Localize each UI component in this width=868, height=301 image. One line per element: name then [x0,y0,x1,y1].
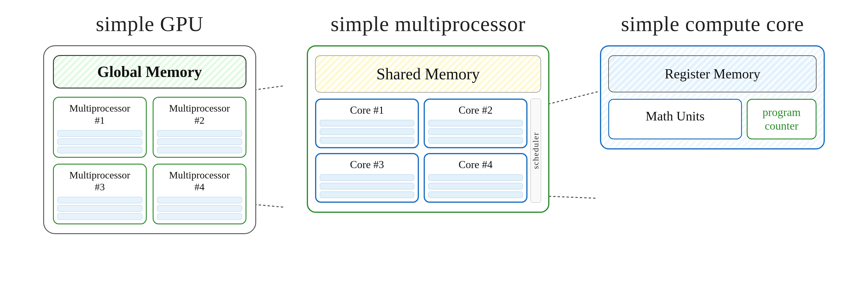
mp-label-1: Multiprocessor#1 [57,102,142,127]
core-label-1: Core #1 [320,104,414,116]
global-memory-label: Global Memory [97,63,202,80]
compute-core-title: simple compute core [621,12,804,36]
mp-sub-bars-2 [157,130,242,153]
mp-sub-bars-1 [57,130,142,153]
gpu-section: simple GPU Global Memory Multiprocessor#… [43,12,256,234]
mp-bar [57,205,142,212]
program-counter-box: programcounter [747,99,817,140]
mp-bar [157,139,242,145]
mp-box-3: Multiprocessor#3 [53,164,147,224]
page-container: simple GPU Global Memory Multiprocessor#… [0,0,868,301]
register-memory-label: Register Memory [665,66,760,81]
core-sub-bars-4 [428,174,523,198]
core-bar [428,191,523,198]
core-bar [428,120,523,126]
mp-label-4: Multiprocessor#4 [157,169,242,193]
core-box-3: Core #3 [315,153,419,203]
multiprocessor-outer-box: Shared Memory Core #1 Core #2 [307,45,549,213]
core-bar [428,137,523,144]
math-units-label: Math Units [646,109,704,123]
mp-label-2: Multiprocessor#2 [157,102,242,127]
core-label-4: Core #4 [428,158,523,171]
mp-bar [157,197,242,203]
scheduler-label: scheduler [531,132,540,169]
core-sub-bars-1 [320,120,414,144]
core-bar [320,183,414,189]
core-bar [320,174,414,181]
multiprocessor-section: simple multiprocessor Shared Memory Core… [307,12,549,213]
core-bar [320,191,414,198]
multiprocessor-title: simple multiprocessor [331,12,526,36]
core-label-2: Core #2 [428,104,523,116]
register-memory-box: Register Memory [608,55,816,92]
core-sub-bars-3 [320,174,414,198]
core-label-3: Core #3 [320,158,414,171]
shared-memory-box: Shared Memory [315,55,541,93]
mp-label-3: Multiprocessor#3 [57,169,142,193]
mp-sub-bars-3 [57,197,142,220]
compute-bottom-row: Math Units programcounter [608,99,816,140]
scheduler-box: scheduler [530,98,541,203]
mp-sub-bars-4 [157,197,242,220]
gpu-title: simple GPU [96,12,204,36]
compute-outer-box: Register Memory Math Units programcounte… [600,45,825,149]
core-grid-and-scheduler: Core #1 Core #2 [315,98,541,203]
mp-bar [57,197,142,203]
core-box-2: Core #2 [424,98,527,148]
core-box-1: Core #1 [315,98,419,148]
shared-memory-label: Shared Memory [376,65,479,83]
global-memory-box: Global Memory [53,55,246,89]
core-bar [320,137,414,144]
mp-box-4: Multiprocessor#4 [153,164,246,224]
math-units-box: Math Units [608,99,742,140]
mp-box-1: Multiprocessor#1 [53,97,147,158]
core-bar [320,120,414,126]
mp-bar [57,130,142,137]
mp-bar [57,147,142,153]
multiprocessor-grid: Multiprocessor#1 Multiprocessor#2 [53,97,246,224]
compute-core-section: simple compute core Register Memory Math… [600,12,825,149]
core-grid: Core #1 Core #2 [315,98,527,203]
core-bar [428,183,523,189]
mp-bar [57,213,142,220]
mp-bar [157,130,242,137]
mp-bar [157,205,242,212]
core-bar [428,128,523,135]
mp-bar [157,147,242,153]
core-bar [428,174,523,181]
mp-bar [157,213,242,220]
mp-box-2: Multiprocessor#2 [153,97,246,158]
core-bar [320,128,414,135]
core-sub-bars-2 [428,120,523,144]
core-box-4: Core #4 [424,153,527,203]
gpu-outer-box: Global Memory Multiprocessor#1 Multiproc… [43,45,256,234]
mp-bar [57,139,142,145]
program-counter-label: programcounter [763,106,801,132]
